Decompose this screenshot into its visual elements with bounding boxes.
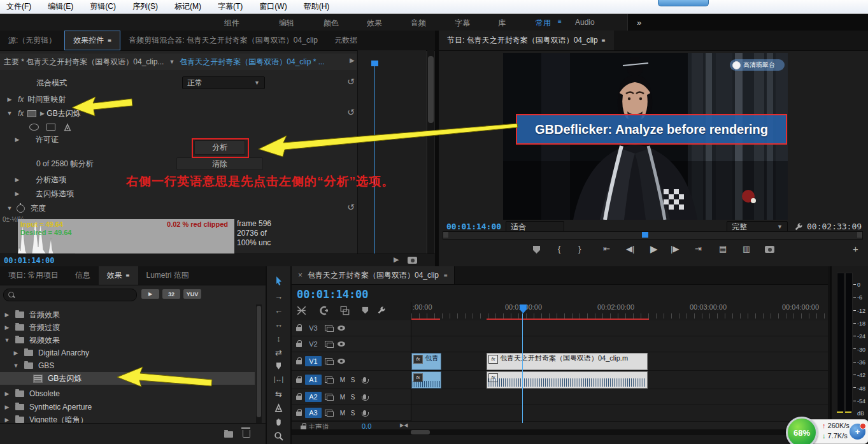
hand-tool-icon[interactable] xyxy=(267,417,290,427)
sync-lock-icon[interactable] xyxy=(325,341,332,347)
deflicker-options-row[interactable]: ▶ 去闪烁选项 xyxy=(13,187,74,200)
program-current-timecode[interactable]: 00:01:14:00 xyxy=(446,222,501,231)
audio-clip-1[interactable]: fx xyxy=(411,371,441,389)
snap-icon[interactable] xyxy=(318,306,328,315)
workspace-library[interactable]: 库 xyxy=(498,18,506,29)
voiceover-mic-icon[interactable] xyxy=(363,377,366,382)
nest-sequence-icon[interactable] xyxy=(297,306,306,315)
goto-in-icon[interactable]: ⇤ xyxy=(603,244,610,254)
timeline-ruler[interactable]: :00:00 00:01:00:00 00:02:00:00 00:03:00:… xyxy=(411,302,828,320)
video-clip-1[interactable]: fx包青 xyxy=(411,353,441,370)
workspace-color[interactable]: 颜色 xyxy=(324,18,339,29)
program-scrubber[interactable] xyxy=(443,231,863,240)
header-chevron-icon[interactable]: ▶ xyxy=(350,57,355,64)
menu-marker[interactable]: 标记(M) xyxy=(174,1,201,12)
export-frame-icon[interactable] xyxy=(765,246,774,253)
floating-toolbar-tab[interactable] xyxy=(658,0,709,6)
timeline-timecode[interactable]: 00:01:14:00 xyxy=(297,288,369,301)
project-scrollbar-thumb[interactable] xyxy=(257,306,261,417)
panel-menu-icon[interactable]: ≡ xyxy=(126,272,130,279)
workspace-overflow-icon[interactable]: » xyxy=(637,18,641,27)
track-lock-icon[interactable] xyxy=(296,343,302,347)
solo-button[interactable]: S xyxy=(348,376,358,383)
twirl-collapsed-icon[interactable]: ▶ xyxy=(3,324,11,331)
play-around-icon[interactable]: ▶ xyxy=(394,255,399,264)
goto-out-icon[interactable]: ⇥ xyxy=(695,244,702,254)
tree-item-synthetic-aperture[interactable]: ▶ Synthetic Aperture xyxy=(0,401,255,413)
new-bin-icon[interactable] xyxy=(224,431,233,438)
close-icon[interactable]: × xyxy=(298,271,302,280)
tab-sequence[interactable]: × 包青天之开封奇案（国粤双语）04_clip ≡ xyxy=(292,266,455,284)
track-select-backward-tool-icon[interactable]: ← xyxy=(267,306,290,315)
tab-lumetri-scopes[interactable]: Lumetri 范围 xyxy=(138,266,197,285)
sync-lock-icon[interactable] xyxy=(325,358,332,364)
mark-in-icon[interactable]: { xyxy=(558,244,560,254)
scrubber-left-handle[interactable] xyxy=(443,232,448,238)
menu-help[interactable]: 帮助(H) xyxy=(304,1,330,12)
program-video-frame[interactable]: GBDeflicker: Analyze before rendering 高清… xyxy=(503,53,788,220)
workspace-audio[interactable]: 音频 xyxy=(411,18,426,29)
add-marker-icon[interactable] xyxy=(533,246,540,254)
master-clip-name[interactable]: 主要 * 包青天之开封奇案（国粤双语）04_clip... xyxy=(4,57,164,68)
slip-tool-icon[interactable]: |↔| xyxy=(267,376,290,383)
twirl-expanded-icon[interactable]: ▼ xyxy=(3,337,11,343)
effect-footer-timecode[interactable]: 00:01:14:00 xyxy=(4,256,54,265)
twirl-collapsed-icon[interactable]: ▶ xyxy=(11,350,20,356)
reset-blend-icon[interactable]: ↺ xyxy=(347,76,355,87)
stopwatch-icon[interactable] xyxy=(17,204,25,213)
sequence-clip-name[interactable]: 包青天之开封奇案（国粤双语）04_clip * ... xyxy=(180,57,324,68)
lift-icon[interactable]: ▤ xyxy=(719,244,727,254)
track-a3-badge[interactable]: A3 xyxy=(305,408,322,418)
sync-lock-icon[interactable] xyxy=(325,325,332,331)
gb-deflicker-effect-row[interactable]: ▼ fx ▶ GB去闪烁 xyxy=(5,107,81,120)
settings-wrench-icon[interactable] xyxy=(794,222,803,231)
timeline-settings-wrench-icon[interactable] xyxy=(377,306,386,315)
twirl-collapsed-icon[interactable]: ▶ xyxy=(3,312,11,318)
panel-menu-icon[interactable]: ≡ xyxy=(444,272,448,279)
program-playhead-marker[interactable] xyxy=(642,232,648,238)
timeline-hscrollbar-track[interactable] xyxy=(292,429,828,435)
workspace-audio2[interactable]: Audio xyxy=(575,18,595,27)
timeline-track-area[interactable]: fx包青 fx包青天之开封奇案（国粤双语）04_clip.m fx fx xyxy=(411,320,828,421)
twirl-collapsed-icon[interactable]: ▶ xyxy=(13,136,22,143)
twirl-collapsed-icon[interactable]: ▶ xyxy=(3,417,11,423)
reset-brightness-icon[interactable]: ↺ xyxy=(347,202,355,212)
pen-tool-icon[interactable] xyxy=(267,403,290,412)
track-select-forward-tool-icon[interactable]: → xyxy=(267,292,290,301)
workspace-menu-icon[interactable]: ≡ xyxy=(558,18,562,25)
play-button-icon[interactable]: ▶ xyxy=(650,243,658,255)
reset-gb-deflicker-icon[interactable]: ↺ xyxy=(347,107,355,117)
track-v2-badge[interactable]: V2 xyxy=(305,340,322,348)
linked-selection-icon[interactable] xyxy=(340,306,350,315)
effect-scrollbar-thumb[interactable] xyxy=(428,56,434,123)
mute-button[interactable]: M xyxy=(338,410,348,417)
workspace-assembly[interactable]: 组件 xyxy=(224,18,239,29)
workspace-effects[interactable]: 效果 xyxy=(367,18,382,29)
tree-item-gbs[interactable]: ▼ GBS xyxy=(0,359,255,372)
badge-yuv[interactable]: YUV xyxy=(183,289,201,299)
twirl-collapsed-icon[interactable]: ▶ xyxy=(13,190,22,197)
effects-search-input[interactable] xyxy=(3,289,137,301)
extract-icon[interactable]: ▥ xyxy=(743,244,750,254)
menu-sequence[interactable]: 序列(S) xyxy=(132,1,158,12)
menu-clip[interactable]: 剪辑(C) xyxy=(90,1,116,12)
twirl-collapsed-icon[interactable]: ▶ xyxy=(3,404,11,410)
menu-window[interactable]: 窗口(W) xyxy=(259,1,287,12)
track-lock-icon[interactable] xyxy=(296,412,302,416)
tab-audio-mixer[interactable]: 音频剪辑混合器: 包青天之开封奇案（国粤双语）04_clip xyxy=(120,31,326,50)
ellipse-mask-icon[interactable] xyxy=(29,124,39,131)
twirl-collapsed-icon[interactable]: ▶ xyxy=(5,96,14,103)
twirl-collapsed-icon[interactable]: ▶ xyxy=(3,390,11,397)
rate-stretch-tool-icon[interactable]: ⇄ xyxy=(267,348,290,357)
rolling-edit-tool-icon[interactable]: ↕ xyxy=(267,334,290,343)
track-lock-icon[interactable] xyxy=(296,360,302,364)
rect-mask-icon[interactable] xyxy=(46,124,55,131)
sync-lock-icon[interactable] xyxy=(325,376,332,383)
twirl-expanded-icon[interactable]: ▼ xyxy=(5,110,14,117)
effect-playhead-marker[interactable] xyxy=(371,61,378,66)
step-forward-icon[interactable]: |▶ xyxy=(671,244,679,254)
sync-lock-icon[interactable] xyxy=(325,394,332,400)
twirl-expanded-icon[interactable]: ▼ xyxy=(5,205,14,211)
voiceover-mic-icon[interactable] xyxy=(363,410,366,415)
solo-button[interactable]: S xyxy=(348,410,358,417)
